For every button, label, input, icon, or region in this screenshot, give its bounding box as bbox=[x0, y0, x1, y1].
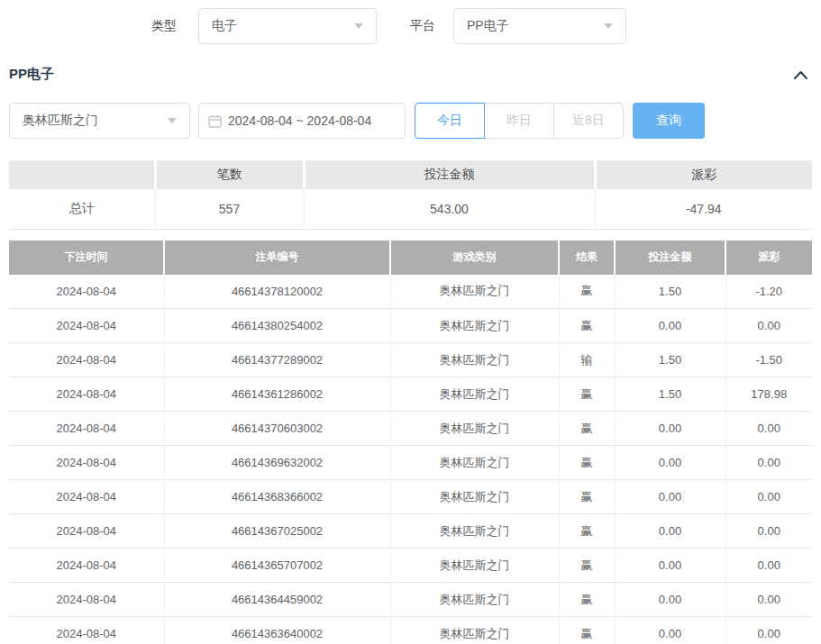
cell-bet-id: 46614370603002 bbox=[164, 412, 390, 446]
caret-down-icon bbox=[354, 23, 363, 29]
cell-payout: 0.00 bbox=[725, 480, 812, 514]
cell-result: 赢 bbox=[559, 514, 615, 549]
cell-game-category: 奥林匹斯之门 bbox=[390, 514, 559, 549]
cell-bet-amount: 0.00 bbox=[615, 514, 725, 549]
cell-bet-amount: 0.00 bbox=[615, 583, 725, 617]
summary-header-row: 笔数 投注金额 派彩 bbox=[9, 160, 812, 189]
table-row: 2024-08-04 46614367025002 奥林匹斯之门 赢 0.00 … bbox=[9, 514, 812, 549]
cell-bet-id: 46614364459002 bbox=[164, 583, 390, 617]
cell-payout: 0.00 bbox=[725, 412, 812, 446]
summary-total-row: 总计 557 543.00 -47.94 bbox=[9, 189, 812, 229]
cell-payout: 0.00 bbox=[725, 514, 812, 549]
header-result: 结果 bbox=[559, 240, 615, 275]
table-body: 2024-08-04 46614378120002 奥林匹斯之门 赢 1.50 … bbox=[9, 275, 812, 644]
cell-bet-time: 2024-08-04 bbox=[9, 446, 164, 480]
type-select[interactable]: 电子 bbox=[198, 8, 377, 44]
platform-select[interactable]: PP电子 bbox=[453, 8, 626, 44]
cell-bet-id: 46614363640002 bbox=[164, 617, 390, 644]
cell-bet-amount: 1.50 bbox=[615, 275, 725, 309]
cell-result: 赢 bbox=[559, 275, 615, 309]
summary-payout-value: -47.94 bbox=[595, 189, 812, 229]
quick-range-last8days[interactable]: 近8日 bbox=[553, 103, 624, 139]
cell-result: 赢 bbox=[559, 377, 615, 412]
table-row: 2024-08-04 46614377289002 奥林匹斯之门 输 1.50 … bbox=[9, 343, 812, 377]
cell-bet-time: 2024-08-04 bbox=[9, 412, 164, 446]
cell-bet-id: 46614367025002 bbox=[164, 514, 390, 549]
cell-bet-time: 2024-08-04 bbox=[9, 309, 164, 343]
cell-payout: -1.50 bbox=[725, 343, 812, 377]
chevron-up-icon bbox=[793, 69, 808, 80]
quick-range-group: 今日 昨日 近8日 bbox=[415, 103, 624, 139]
summary-header-empty bbox=[9, 160, 155, 189]
type-select-value: 电子 bbox=[212, 18, 237, 34]
header-payout: 派彩 bbox=[725, 240, 812, 275]
header-game-category: 游戏类别 bbox=[390, 240, 559, 275]
cell-bet-id: 46614378120002 bbox=[164, 275, 390, 309]
platform-select-value: PP电子 bbox=[467, 18, 509, 34]
cell-bet-time: 2024-08-04 bbox=[9, 343, 164, 377]
header-bet-amount: 投注金额 bbox=[615, 240, 725, 275]
calendar-icon bbox=[208, 114, 222, 128]
table-row: 2024-08-04 46614368366002 奥林匹斯之门 赢 0.00 … bbox=[9, 480, 812, 514]
cell-game-category: 奥林匹斯之门 bbox=[390, 446, 559, 480]
table-row: 2024-08-04 46614361286002 奥林匹斯之门 赢 1.50 … bbox=[9, 377, 812, 412]
cell-bet-id: 46614368366002 bbox=[164, 480, 390, 514]
cell-result: 输 bbox=[559, 343, 615, 377]
table-row: 2024-08-04 46614364459002 奥林匹斯之门 赢 0.00 … bbox=[9, 583, 812, 617]
cell-game-category: 奥林匹斯之门 bbox=[390, 583, 559, 617]
summary-table: 笔数 投注金额 派彩 总计 557 543.00 -47.94 bbox=[9, 160, 812, 230]
cell-result: 赢 bbox=[559, 583, 615, 617]
summary-header-count: 笔数 bbox=[155, 160, 304, 189]
summary-total-label: 总计 bbox=[9, 189, 155, 229]
cell-bet-id: 46614380254002 bbox=[164, 309, 390, 343]
cell-payout: -1.20 bbox=[725, 275, 812, 309]
table-row: 2024-08-04 46614370603002 奥林匹斯之门 赢 0.00 … bbox=[9, 412, 812, 446]
table-row: 2024-08-04 46614378120002 奥林匹斯之门 赢 1.50 … bbox=[9, 275, 812, 309]
cell-game-category: 奥林匹斯之门 bbox=[390, 480, 559, 514]
summary-bet-amount-value: 543.00 bbox=[304, 189, 595, 229]
cell-game-category: 奥林匹斯之门 bbox=[390, 377, 559, 412]
cell-game-category: 奥林匹斯之门 bbox=[390, 343, 559, 377]
cell-bet-amount: 0.00 bbox=[615, 446, 725, 480]
filter-row: 奥林匹斯之门 2024-08-04 ~ 2024-08-04 今日 昨日 近8日… bbox=[9, 103, 812, 139]
search-button[interactable]: 查询 bbox=[633, 103, 705, 139]
table-row: 2024-08-04 46614369632002 奥林匹斯之门 赢 0.00 … bbox=[9, 446, 812, 480]
caret-down-icon bbox=[168, 118, 177, 123]
cell-result: 赢 bbox=[559, 412, 615, 446]
bet-records-table: 下注时间 注单编号 游戏类别 结果 投注金额 派彩 2024-08-04 466… bbox=[9, 240, 812, 644]
header-bet-id: 注单编号 bbox=[164, 240, 390, 275]
cell-bet-time: 2024-08-04 bbox=[9, 275, 164, 309]
cell-game-category: 奥林匹斯之门 bbox=[390, 549, 559, 583]
cell-result: 赢 bbox=[559, 617, 615, 644]
cell-bet-amount: 0.00 bbox=[615, 309, 725, 343]
type-label: 类型 bbox=[151, 18, 177, 34]
summary-count-value: 557 bbox=[155, 189, 304, 229]
cell-payout: 0.00 bbox=[725, 446, 812, 480]
cell-bet-amount: 0.00 bbox=[615, 480, 725, 514]
cell-bet-time: 2024-08-04 bbox=[9, 549, 164, 583]
cell-bet-time: 2024-08-04 bbox=[9, 514, 164, 549]
cell-bet-id: 46614365707002 bbox=[164, 549, 390, 583]
cell-result: 赢 bbox=[559, 309, 615, 343]
date-range-value: 2024-08-04 ~ 2024-08-04 bbox=[228, 113, 371, 128]
game-select[interactable]: 奥林匹斯之门 bbox=[9, 103, 190, 139]
caret-down-icon bbox=[604, 23, 613, 29]
table-row: 2024-08-04 46614365707002 奥林匹斯之门 赢 0.00 … bbox=[9, 549, 812, 583]
cell-payout: 0.00 bbox=[725, 617, 812, 644]
table-row: 2024-08-04 46614380254002 奥林匹斯之门 赢 0.00 … bbox=[9, 309, 812, 343]
cell-bet-amount: 0.00 bbox=[615, 549, 725, 583]
summary-header-bet-amount: 投注金额 bbox=[304, 160, 595, 189]
quick-range-today[interactable]: 今日 bbox=[415, 103, 485, 139]
platform-label: 平台 bbox=[410, 18, 435, 34]
cell-bet-time: 2024-08-04 bbox=[9, 480, 164, 514]
cell-result: 赢 bbox=[559, 549, 615, 583]
date-range-input[interactable]: 2024-08-04 ~ 2024-08-04 bbox=[198, 103, 406, 139]
collapse-button[interactable] bbox=[793, 69, 808, 80]
table-row: 2024-08-04 46614363640002 奥林匹斯之门 赢 0.00 … bbox=[9, 617, 812, 644]
cell-bet-id: 46614361286002 bbox=[164, 377, 390, 412]
cell-bet-time: 2024-08-04 bbox=[9, 377, 164, 412]
table-header-row: 下注时间 注单编号 游戏类别 结果 投注金额 派彩 bbox=[9, 240, 812, 275]
summary-header-payout: 派彩 bbox=[595, 160, 812, 189]
cell-bet-amount: 0.00 bbox=[615, 412, 725, 446]
quick-range-yesterday[interactable]: 昨日 bbox=[484, 103, 554, 139]
